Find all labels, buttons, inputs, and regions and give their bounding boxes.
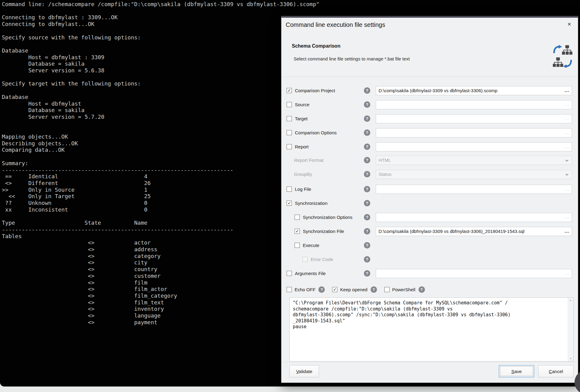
help-icon-execute[interactable]: ? bbox=[364, 242, 370, 249]
validate-button[interactable]: Validate bbox=[289, 365, 319, 377]
checkbox-synchronization-file[interactable]: ✓ bbox=[295, 229, 300, 234]
option-group-keep-opened: ✓Keep opened? bbox=[332, 285, 377, 294]
browse-button-source[interactable]: ... bbox=[564, 100, 569, 108]
checkbox-log-file[interactable] bbox=[287, 187, 292, 192]
label-report-format: Report Format bbox=[294, 156, 324, 165]
input-target[interactable]: ... bbox=[376, 114, 572, 123]
help-icon-comparison-options[interactable]: ? bbox=[364, 129, 370, 136]
help-icon-groupby[interactable]: ? bbox=[364, 171, 370, 177]
browse-button-report[interactable]: ... bbox=[564, 143, 569, 150]
label-source: Source bbox=[295, 100, 310, 109]
scroll-down-icon[interactable]: ▼ bbox=[568, 357, 573, 360]
input-source[interactable]: ... bbox=[376, 100, 572, 109]
checkbox-echo-off[interactable] bbox=[287, 287, 292, 292]
help-icon-synchronization-options[interactable]: ? bbox=[364, 214, 370, 220]
checkbox-keep-opened[interactable]: ✓ bbox=[332, 287, 337, 292]
row-groupby: GroupBy?Status bbox=[281, 170, 578, 179]
browse-button-target[interactable]: ... bbox=[564, 114, 569, 122]
label-report: Report bbox=[295, 142, 309, 151]
screen: Command line: /schemacompare /compfile:"… bbox=[0, 0, 580, 392]
checkbox-arguments-file[interactable] bbox=[287, 271, 292, 276]
checkbox-report[interactable] bbox=[287, 144, 292, 149]
checkbox-comparison-options[interactable] bbox=[287, 130, 292, 135]
label-error-code: Error Code bbox=[311, 255, 333, 264]
row-error-code: Error Code? bbox=[281, 255, 578, 264]
checkbox-comparison-project[interactable]: ✓ bbox=[287, 88, 292, 93]
browse-button-log-file[interactable]: ... bbox=[564, 185, 569, 193]
dialog-title: Command line execution file settings bbox=[286, 21, 385, 28]
row-arguments-file: Arguments File?... bbox=[281, 269, 578, 278]
combo-report-format: HTML bbox=[376, 156, 572, 165]
checkbox-synchronization[interactable]: ✓ bbox=[287, 201, 292, 206]
help-icon-synchronization[interactable]: ? bbox=[364, 200, 370, 206]
label-comparison-options: Comparison Options bbox=[295, 128, 337, 137]
field-value-synchronization-file: D:\comp\sakila (dbfmylast-3309 vs dbfmyl… bbox=[379, 229, 524, 234]
help-icon-echo-off[interactable]: ? bbox=[318, 286, 325, 293]
help-icon-error-code[interactable]: ? bbox=[364, 256, 370, 263]
help-icon-target[interactable]: ? bbox=[364, 115, 370, 122]
scroll-up-icon[interactable]: ▲ bbox=[568, 299, 573, 302]
label-groupby: GroupBy bbox=[294, 170, 312, 179]
row-log-file: Log File?... bbox=[281, 185, 578, 194]
browse-button-synchronization-file[interactable]: ... bbox=[564, 227, 569, 235]
browse-button-arguments-file[interactable]: ... bbox=[564, 269, 569, 277]
help-icon-report[interactable]: ? bbox=[364, 143, 370, 150]
schema-comparison-sync-icon bbox=[552, 45, 573, 68]
input-comparison-project[interactable]: D:\comp\sakila (dbfmylast-3309 vs dbfmyl… bbox=[376, 86, 572, 95]
option-group-echo-off: Echo OFF? bbox=[287, 285, 325, 294]
input-report[interactable]: ... bbox=[376, 142, 572, 151]
chevron-down-icon bbox=[565, 174, 569, 176]
label-synchronization: Synchronization bbox=[295, 199, 328, 208]
help-icon-arguments-file[interactable]: ? bbox=[364, 270, 370, 277]
input-synchronization-options[interactable]: ... bbox=[376, 213, 572, 222]
label-execute: Execute bbox=[303, 241, 319, 250]
help-icon-synchronization-file[interactable]: ? bbox=[364, 228, 370, 234]
checkbox-target[interactable] bbox=[287, 116, 292, 121]
row-synchronization-file: ✓Synchronization File?D:\comp\sakila (db… bbox=[281, 227, 578, 236]
help-icon-keep-opened[interactable]: ? bbox=[371, 286, 377, 293]
footer-divider bbox=[281, 362, 578, 362]
bat-file-text-box[interactable]: "C:\Program Files\Devart\dbForge Schema … bbox=[289, 297, 574, 361]
label-keep-opened: Keep opened bbox=[340, 285, 367, 294]
row-synchronization-options: Synchronization Options?... bbox=[281, 213, 578, 222]
input-arguments-file[interactable]: ... bbox=[376, 269, 572, 278]
row-report: Report?... bbox=[281, 142, 578, 151]
checkbox-synchronization-options[interactable] bbox=[295, 215, 300, 220]
chevron-down-icon bbox=[565, 160, 569, 162]
checkbox-powershell[interactable] bbox=[384, 287, 390, 292]
row-execute: Execute? bbox=[281, 241, 578, 250]
checkbox-execute[interactable] bbox=[295, 243, 300, 248]
label-synchronization-options: Synchronization Options bbox=[303, 213, 353, 222]
label-arguments-file: Arguments File bbox=[295, 269, 326, 278]
option-group-powershell: PowerShell? bbox=[384, 285, 425, 294]
label-comparison-project: Comparison Project bbox=[295, 86, 335, 95]
header-divider bbox=[281, 77, 578, 77]
bat-options-row: Echo OFF?✓Keep opened?PowerShell? bbox=[287, 285, 432, 294]
help-icon-log-file[interactable]: ? bbox=[364, 186, 370, 192]
input-log-file[interactable]: ... bbox=[376, 185, 572, 194]
scrollbar[interactable]: ▲ ▼ bbox=[568, 298, 573, 361]
help-icon-report-format[interactable]: ? bbox=[364, 157, 370, 163]
label-target: Target bbox=[295, 114, 308, 123]
help-icon-source[interactable]: ? bbox=[364, 101, 370, 108]
combo-groupby: Status bbox=[376, 170, 572, 179]
help-icon-powershell[interactable]: ? bbox=[419, 286, 425, 293]
section-title: Schema Comparison bbox=[292, 43, 340, 49]
field-value-groupby: Status bbox=[379, 172, 392, 177]
close-icon[interactable]: ✕ bbox=[566, 21, 573, 28]
help-icon-comparison-project[interactable]: ? bbox=[364, 87, 370, 94]
save-button[interactable]: Save bbox=[499, 365, 534, 377]
cancel-button[interactable]: Cancel bbox=[538, 365, 574, 377]
label-log-file: Log File bbox=[295, 185, 311, 194]
input-comparison-options[interactable]: ... bbox=[376, 128, 572, 137]
row-source: Source?... bbox=[281, 100, 578, 109]
checkbox-error-code bbox=[303, 257, 308, 262]
checkbox-source[interactable] bbox=[287, 102, 292, 107]
row-comparison-project: ✓Comparison Project?D:\comp\sakila (dbfm… bbox=[281, 86, 578, 95]
input-synchronization-file[interactable]: D:\comp\sakila (dbfmylast-3309 vs dbfmyl… bbox=[376, 227, 572, 236]
browse-button-comparison-options[interactable]: ... bbox=[564, 129, 569, 136]
row-report-format: Report Format?HTML bbox=[281, 156, 578, 165]
browse-button-comparison-project[interactable]: ... bbox=[564, 86, 569, 94]
section-subtitle: Select command line file settings to man… bbox=[294, 56, 410, 61]
browse-button-synchronization-options[interactable]: ... bbox=[564, 213, 569, 221]
